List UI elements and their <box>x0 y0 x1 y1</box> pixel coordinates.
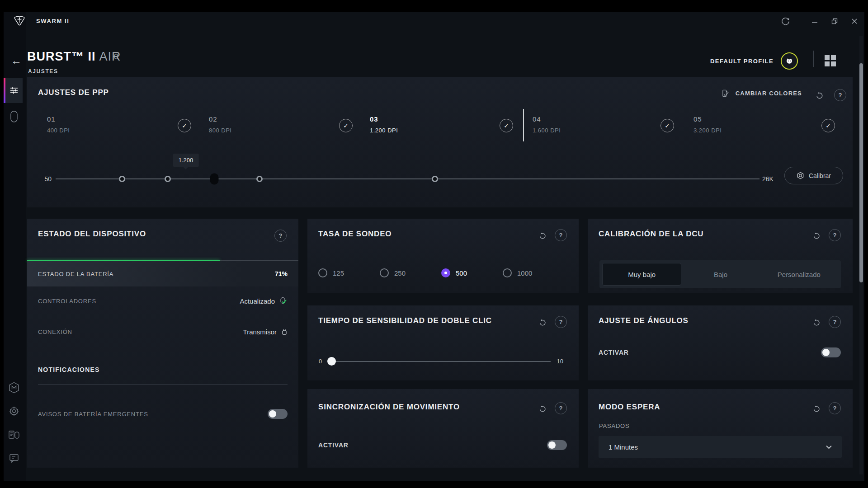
minimize-button[interactable] <box>808 15 821 28</box>
motion-help-button[interactable]: ? <box>555 402 567 414</box>
polling-option-500[interactable]: 500 <box>441 268 503 277</box>
double-click-reset-button[interactable] <box>536 316 549 329</box>
sidebar-item-feedback[interactable] <box>5 448 23 468</box>
motion-sync-title: SINCRONIZACIÓN DE MOVIMIENTO <box>318 403 460 412</box>
titlebar-divider <box>31 16 31 25</box>
polling-help-button[interactable]: ? <box>555 229 567 241</box>
dpi-stage-1-check[interactable]: ✓ <box>178 119 191 132</box>
scrollbar-thumb[interactable] <box>859 63 863 282</box>
dpi-slider-dot[interactable] <box>432 176 438 182</box>
connection-row: CONEXIÓN Transmisor <box>27 323 298 341</box>
color-swatch-icon <box>722 89 730 98</box>
radio-icon <box>503 268 512 277</box>
profile-chip[interactable]: DEFAULT PROFILE <box>710 52 798 70</box>
change-colors-button[interactable]: CAMBIAR COLORES <box>722 89 802 98</box>
device-name: BURST™ II <box>27 50 96 63</box>
battery-popup-label: AVISOS DE BATERÍA EMERGENTES <box>38 411 148 418</box>
motion-reset-button[interactable] <box>536 403 549 415</box>
dpi-stage-value: 800 DPI <box>209 127 231 134</box>
sidebar-item-settings[interactable] <box>5 78 23 103</box>
dpi-stage-1[interactable]: 01 400 DPI <box>47 115 70 134</box>
battery-popup-row: AVISOS DE BATERÍA EMERGENTES <box>27 405 298 423</box>
dpi-stage-value: 1.600 DPI <box>533 127 561 134</box>
dcu-reset-button[interactable] <box>810 230 823 242</box>
sleep-time-select[interactable]: 1 Minutes <box>599 436 842 458</box>
angle-snapping-card: AJUSTE DE ÁNGULOS ? ACTIVAR <box>588 305 853 380</box>
dpi-slider-dot-active[interactable] <box>210 174 219 185</box>
dpi-slider-dot[interactable] <box>165 176 171 182</box>
dpi-slider-max-label: 26K <box>762 175 774 183</box>
device-status-help-button[interactable]: ? <box>274 230 287 242</box>
dcu-tab-muy-bajo[interactable]: Muy bajo <box>602 263 681 286</box>
sleep-help-button[interactable]: ? <box>829 402 841 414</box>
dpi-stage-4[interactable]: 04 1.600 DPI <box>533 115 561 134</box>
dpi-help-button[interactable]: ? <box>834 89 846 101</box>
sidebar-item-devices[interactable] <box>5 425 23 445</box>
dpi-stage-5-check[interactable]: ✓ <box>821 119 835 132</box>
battery-popup-toggle[interactable] <box>268 409 288 419</box>
chat-icon <box>9 453 19 464</box>
mouse-icon <box>9 110 19 123</box>
devices-icon <box>8 429 20 440</box>
notifications-section-title: NOTIFICACIONES <box>38 366 100 373</box>
page-title: BURST™ IIAIR <box>27 50 121 64</box>
dpi-stage-2[interactable]: 02 800 DPI <box>209 115 231 134</box>
calibrate-button[interactable]: Calibrar <box>784 167 843 184</box>
back-button[interactable]: ← <box>11 55 22 66</box>
dpi-stage-5[interactable]: 05 3.200 DPI <box>693 115 722 134</box>
apps-grid-icon[interactable] <box>825 55 836 67</box>
sidebar-item-macros[interactable] <box>5 378 23 398</box>
slider-knob[interactable] <box>327 357 336 366</box>
updates-icon[interactable] <box>779 15 792 28</box>
brand-cat-icon <box>785 57 793 65</box>
chevron-down-icon <box>826 445 832 449</box>
dcu-help-button[interactable]: ? <box>829 229 841 241</box>
drivers-label: CONTROLADORES <box>38 298 96 305</box>
toggle-knob <box>269 410 276 418</box>
dpi-stage-3-check[interactable]: ✓ <box>500 119 513 132</box>
dpi-stage-2-check[interactable]: ✓ <box>339 119 353 132</box>
gear-icon <box>9 406 19 417</box>
double-click-help-button[interactable]: ? <box>555 316 567 328</box>
dpi-stage-3[interactable]: 03 1.200 DPI <box>370 115 398 134</box>
close-button[interactable] <box>848 15 861 28</box>
motion-activate-label: ACTIVAR <box>318 441 349 449</box>
polling-option-250[interactable]: 250 <box>380 268 441 277</box>
dpi-reset-button[interactable] <box>813 89 826 102</box>
polling-option-1000[interactable]: 1000 <box>503 268 564 277</box>
double-click-card: TIEMPO DE SENSIBILIDAD DE DOBLE CLIC ? 0… <box>307 305 579 380</box>
radio-icon <box>380 268 389 277</box>
profile-avatar[interactable] <box>781 52 798 70</box>
polling-reset-button[interactable] <box>536 230 549 242</box>
dcu-tab-bajo[interactable]: Bajo <box>681 263 760 286</box>
drivers-value: Actualizado <box>240 297 275 305</box>
dcu-tab-personalizado[interactable]: Personalizado <box>760 263 838 286</box>
dpi-stage-4-check[interactable]: ✓ <box>660 119 674 132</box>
angle-help-button[interactable]: ? <box>829 316 841 328</box>
angle-snapping-title: AJUSTE DE ÁNGULOS <box>599 316 689 325</box>
dpi-stage-number: 04 <box>533 115 561 123</box>
angle-reset-button[interactable] <box>810 316 823 329</box>
polling-rate-title: TASA DE SONDEO <box>318 230 392 239</box>
sidebar-item-app-settings[interactable] <box>5 401 23 421</box>
motion-sync-toggle[interactable] <box>547 440 567 450</box>
polling-option-125[interactable]: 125 <box>318 268 380 277</box>
dpi-slider-dot[interactable] <box>119 176 125 182</box>
sleep-time-value: 1 Minutes <box>609 443 638 451</box>
battery-status-row: ESTADO DE LA BATERÍA 71% <box>27 261 298 286</box>
dpi-stage-number: 02 <box>209 115 231 123</box>
motion-activate-row: ACTIVAR <box>318 440 567 450</box>
slider-track[interactable] <box>330 361 551 362</box>
dpi-slider-dot[interactable] <box>256 176 263 182</box>
sidebar-item-mouse[interactable] <box>5 107 23 127</box>
restore-button[interactable] <box>828 15 841 28</box>
titlebar: SWARM II <box>4 12 864 33</box>
dcu-title: CALIBRACIÓN DE LA DCU <box>599 230 703 239</box>
dpi-slider-tooltip: 1.200 <box>173 154 199 167</box>
sleep-reset-button[interactable] <box>810 403 823 415</box>
change-colors-label: CAMBIAR COLORES <box>736 90 802 97</box>
angle-snapping-toggle[interactable] <box>821 347 841 357</box>
sliders-icon <box>9 85 19 95</box>
dpi-stage-number: 03 <box>370 115 398 123</box>
dpi-slider-track[interactable] <box>56 178 760 179</box>
